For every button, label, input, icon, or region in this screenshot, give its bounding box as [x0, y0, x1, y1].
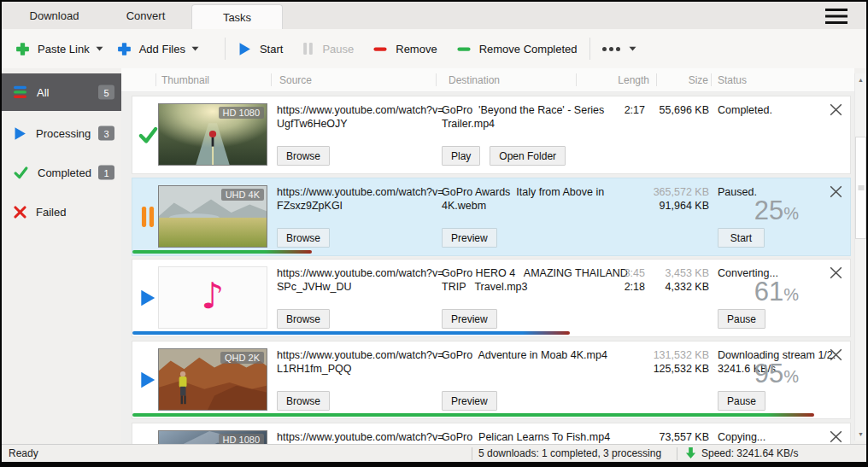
play-blue-icon: [137, 287, 159, 309]
task-row[interactable]: HD 1080https://www.youtube.com/watch?v=p…: [132, 423, 851, 444]
close-task-button[interactable]: [829, 429, 844, 444]
close-task-button[interactable]: [829, 266, 844, 281]
tab-convert[interactable]: Convert: [100, 2, 191, 29]
source-url-line2: L1RH1fm_PQQ: [277, 362, 444, 376]
scrollbar-track[interactable]: ▲ ▼: [854, 73, 866, 441]
minus-green-icon: [456, 42, 472, 56]
paste-link-button[interactable]: Paste Link: [15, 42, 90, 56]
size-current: 4,332 KB: [666, 280, 709, 294]
quality-badge: HD 1080: [219, 434, 264, 444]
pause-button[interactable]: Pause: [718, 309, 765, 329]
thumbnail: HD 1080: [158, 430, 267, 444]
sidebar-item-all[interactable]: All5: [2, 73, 121, 111]
tab-bar: DownloadConvertTasks: [2, 2, 866, 29]
add-files-label: Add Files: [139, 43, 185, 55]
source-url-line1: https://www.youtube.com/watch?v=: [277, 430, 444, 444]
task-row[interactable]: ♪https://www.youtube.com/watch?v=SPc_JVH…: [132, 259, 851, 337]
column-header-status[interactable]: Status: [718, 74, 747, 86]
source-url: https://www.youtube.com/watch?v=SPc_JVHw…: [277, 266, 444, 294]
source-url-line2: UgfTw6HeOJY: [277, 117, 444, 131]
scrollbar-down-button[interactable]: ▼: [855, 428, 866, 441]
thumbnail: HD 1080: [158, 103, 267, 166]
scrollbar-thumb[interactable]: [855, 137, 866, 239]
source-url-line1: https://www.youtube.com/watch?v=: [277, 266, 444, 280]
open-folder-button[interactable]: Open Folder: [490, 146, 566, 166]
preview-button[interactable]: Preview: [442, 228, 497, 248]
remove-button[interactable]: Remove: [372, 42, 437, 56]
size-total: 365,572 KB: [654, 185, 709, 199]
sidebar-item-processing[interactable]: Processing3: [2, 114, 121, 152]
start-button[interactable]: Start: [238, 42, 283, 56]
add-files-button[interactable]: Add Files: [117, 42, 185, 56]
scrollbar-up-button[interactable]: ▲: [855, 73, 866, 86]
preview-button[interactable]: Preview: [442, 309, 497, 329]
pause-gray-icon: [302, 42, 314, 55]
ellipsis-icon: [602, 47, 623, 51]
progress-percent: 61%: [754, 278, 799, 305]
pause-button[interactable]: Pause: [718, 391, 765, 411]
column-header-destination[interactable]: Destination: [449, 74, 500, 86]
destination-actions: PlayOpen Folder: [442, 146, 566, 166]
source-url-line2: SPc_JVHw_DU: [277, 280, 444, 294]
source-url-line1: https://www.youtube.com/watch?v=: [277, 103, 444, 117]
size-cell: 73,557 KB: [660, 430, 709, 444]
toolbar-separator: [225, 38, 226, 60]
hamburger-icon: [825, 13, 847, 27]
failed-icon: [13, 205, 27, 219]
downloads-summary-text: 5 downloads: 1 completed, 3 processing: [478, 447, 661, 459]
thumbnail: ♪: [158, 266, 267, 329]
chevron-down-icon: [191, 39, 199, 54]
preview-button[interactable]: Preview: [442, 391, 497, 411]
close-x-icon: [829, 350, 843, 365]
destination-line2: 4K.webm: [442, 199, 604, 213]
browse-button[interactable]: Browse: [277, 228, 330, 248]
start-button[interactable]: Start: [718, 228, 765, 248]
play-button[interactable]: Play: [442, 146, 480, 166]
sidebar-item-completed[interactable]: Completed1: [2, 154, 121, 191]
sidebar: All5Processing3Completed1Failed: [2, 68, 121, 444]
minus-red-icon: [372, 42, 388, 56]
close-task-button[interactable]: [829, 347, 844, 363]
length-cell: 2:17: [625, 103, 645, 117]
task-row[interactable]: QHD 2Khttps://www.youtube.com/watch?v=L1…: [132, 341, 851, 419]
progress-percent-number: 61: [754, 277, 783, 306]
size-cell: 55,696 KB: [660, 103, 709, 117]
column-header-source[interactable]: Source: [279, 74, 312, 86]
column-header-thumbnail[interactable]: Thumbnail: [161, 74, 209, 86]
close-task-button[interactable]: [829, 102, 844, 118]
close-x-icon: [829, 432, 843, 444]
chevron-down-icon: [629, 39, 636, 54]
column-header-size[interactable]: Size: [689, 74, 708, 86]
play-blue-icon: [137, 369, 159, 391]
browse-button[interactable]: Browse: [277, 391, 330, 411]
sidebar-item-label: Completed: [38, 166, 91, 179]
menu-button[interactable]: [825, 8, 847, 25]
tab-download[interactable]: Download: [9, 2, 100, 29]
arrow-down-icon: ▼: [858, 431, 864, 437]
sidebar-item-label: Processing: [36, 127, 91, 140]
progress-percent-number: 95: [754, 359, 783, 388]
remove-completed-button[interactable]: Remove Completed: [456, 42, 578, 56]
source-url-line1: https://www.youtube.com/watch?v=: [277, 185, 444, 199]
plus-green-icon: [15, 42, 30, 56]
browse-button[interactable]: Browse: [277, 146, 330, 166]
size-current: 55,696 KB: [660, 103, 709, 117]
destination-line1: GoPro HERO 4 AMAZING THAILAND: [442, 266, 628, 280]
speed-text: Speed: 3241.64 KB/s: [701, 447, 798, 459]
tab-label: Convert: [126, 9, 166, 22]
column-header-length[interactable]: Length: [618, 74, 649, 86]
add-files-dropdown[interactable]: [191, 46, 199, 51]
more-options-dropdown[interactable]: [629, 46, 636, 51]
remove-completed-label: Remove Completed: [479, 43, 578, 55]
more-options-button[interactable]: [602, 47, 623, 51]
count-badge: 1: [98, 166, 114, 180]
size-current: 91,964 KB: [654, 199, 709, 213]
tab-tasks[interactable]: Tasks: [191, 4, 283, 29]
sidebar-item-failed[interactable]: Failed: [2, 193, 121, 231]
task-row[interactable]: UHD 4Khttps://www.youtube.com/watch?v=FZ…: [132, 178, 851, 256]
pause-button[interactable]: Pause: [302, 42, 354, 55]
paste-link-dropdown[interactable]: [96, 46, 103, 51]
browse-button[interactable]: Browse: [277, 309, 330, 329]
close-task-button[interactable]: [829, 184, 844, 200]
task-row[interactable]: HD 1080https://www.youtube.com/watch?v=U…: [132, 96, 851, 174]
